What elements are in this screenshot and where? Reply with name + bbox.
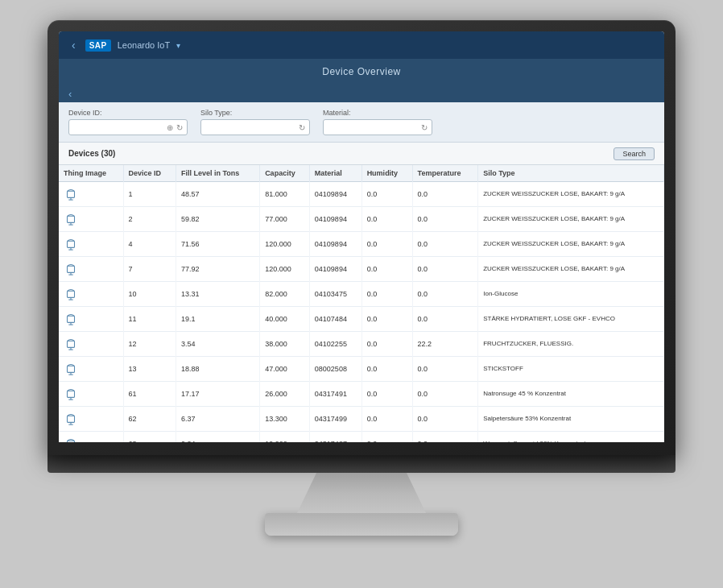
results-count: Devices (30)	[68, 149, 115, 158]
material-cell: 04107484	[309, 307, 362, 332]
table-row[interactable]: 123.5438.000041022550.022.2FRUCHTZUCKER,…	[59, 332, 664, 357]
device-id-cell: 62	[123, 407, 176, 432]
monitor-stand-base	[265, 513, 458, 536]
silo-type-cell: Ion-Glucose	[478, 282, 664, 307]
monitor-chin	[48, 455, 675, 473]
silo-type-label: Silo Type:	[200, 109, 310, 117]
thing-image-cell	[59, 232, 123, 257]
temperature-cell: 22.2	[412, 332, 478, 357]
silo-type-input[interactable]	[205, 123, 295, 131]
back-arrow-row: ‹	[59, 85, 664, 102]
device-id-cell: 4	[123, 232, 176, 257]
device-table-container[interactable]: Thing Image Device ID Fill Level in Tons…	[59, 165, 664, 442]
table-header-row: Thing Image Device ID Fill Level in Tons…	[59, 165, 664, 182]
device-table: Thing Image Device ID Fill Level in Tons…	[59, 165, 664, 442]
device-id-refresh-icon[interactable]: ↻	[176, 123, 183, 132]
fill-level-cell: 18.88	[176, 357, 259, 382]
monitor-bezel: ‹ SAP Leonardo IoT ▾ Device Overview ‹ D…	[48, 20, 675, 455]
temperature-cell: 0.0	[412, 282, 478, 307]
col-capacity: Capacity	[260, 165, 310, 182]
svg-rect-0	[68, 191, 75, 197]
material-cell: 04317499	[309, 407, 362, 432]
humidity-cell: 0.0	[362, 257, 412, 282]
capacity-cell: 19.900	[260, 432, 310, 443]
silo-type-cell: ZUCKER WEISSZUCKER LOSE, BAKART: 9 g/A	[478, 182, 664, 207]
humidity-cell: 0.0	[362, 232, 412, 257]
table-row[interactable]: 6117.1726.000043174910.00.0Natronsuge 45…	[59, 382, 664, 407]
fill-level-cell: 48.57	[176, 182, 259, 207]
material-input-wrapper: ↻	[323, 119, 432, 135]
silo-type-cell: FRUCHTZUCKER, FLUESSIG.	[478, 332, 664, 357]
temperature-cell: 0.0	[412, 382, 478, 407]
material-cell: 04103475	[309, 282, 362, 307]
temperature-cell: 0.0	[412, 207, 478, 232]
silo-type-refresh-icon[interactable]: ↻	[299, 123, 305, 132]
app-nav-chevron-icon[interactable]: ▾	[176, 41, 180, 50]
silo-type-text: Salpetersäure 53% Konzentrat	[483, 415, 571, 422]
svg-rect-9	[68, 266, 75, 272]
capacity-cell: 47.000	[260, 357, 310, 382]
page-back-button[interactable]: ‹	[68, 88, 72, 100]
table-row[interactable]: 471.56120.000041098940.00.0ZUCKER WEISSZ…	[59, 232, 664, 257]
svg-rect-21	[68, 366, 75, 372]
thing-image-cell	[59, 382, 123, 407]
silo-type-text: ZUCKER WEISSZUCKER LOSE, BAKART: 9 g/A	[483, 190, 625, 197]
device-id-cell: 11	[123, 307, 176, 332]
svg-rect-15	[68, 316, 75, 322]
table-row[interactable]: 148.5781.000041098940.00.0ZUCKER WEISSZU…	[59, 182, 664, 207]
silo-type-cell: Salpetersäure 53% Konzentrat	[478, 407, 664, 432]
device-id-search-icon[interactable]: ⊕	[167, 123, 173, 132]
temperature-cell: 0.0	[412, 257, 478, 282]
silo-type-text: FRUCHTZUCKER, FLUESSIG.	[483, 340, 573, 347]
silo-type-cell: ZUCKER WEISSZUCKER LOSE, BAKART: 9 g/A	[478, 207, 664, 232]
svg-rect-3	[68, 216, 75, 222]
svg-rect-18	[68, 341, 75, 347]
capacity-cell: 40.000	[260, 307, 310, 332]
material-input[interactable]	[328, 123, 418, 131]
svg-rect-6	[68, 241, 75, 247]
material-cell: 04109894	[309, 182, 362, 207]
table-row[interactable]: 630.2419.900043174870.00.0Wasserstoffper…	[59, 432, 664, 443]
monitor: ‹ SAP Leonardo IoT ▾ Device Overview ‹ D…	[48, 20, 675, 568]
table-row[interactable]: 1119.140.000041074840.00.0STÄRKE HYDRATI…	[59, 307, 664, 332]
silo-icon	[64, 286, 80, 302]
filter-bar: Device ID: ⊕ ↻ Silo Type: ↻ Material:	[59, 102, 664, 143]
page-title-bar: Device Overview	[59, 59, 664, 85]
thing-image-cell	[59, 432, 123, 443]
capacity-cell: 82.000	[260, 282, 310, 307]
table-row[interactable]: 626.3713.300043174990.00.0Salpetersäure …	[59, 407, 664, 432]
table-row[interactable]: 777.92120.000041098940.00.0ZUCKER WEISSZ…	[59, 257, 664, 282]
material-label: Material:	[323, 109, 432, 117]
sap-logo: SAP	[85, 39, 111, 52]
device-id-cell: 1	[123, 182, 176, 207]
temperature-cell: 0.0	[412, 432, 478, 443]
capacity-cell: 120.000	[260, 257, 310, 282]
svg-rect-24	[68, 391, 75, 397]
humidity-cell: 0.0	[362, 332, 412, 357]
capacity-cell: 26.000	[260, 382, 310, 407]
fill-level-cell: 17.17	[176, 382, 259, 407]
thing-image-cell	[59, 282, 123, 307]
silo-type-text: ZUCKER WEISSZUCKER LOSE, BAKART: 9 g/A	[483, 215, 625, 222]
material-filter: Material: ↻	[323, 109, 432, 135]
table-row[interactable]: 259.8277.000041098940.00.0ZUCKER WEISSZU…	[59, 207, 664, 232]
search-button[interactable]: Search	[614, 147, 655, 160]
material-cell: 04317491	[309, 382, 362, 407]
screen: ‹ SAP Leonardo IoT ▾ Device Overview ‹ D…	[59, 31, 664, 442]
topbar-back-button[interactable]: ‹	[68, 37, 79, 53]
thing-image-cell	[59, 257, 123, 282]
table-row[interactable]: 1013.3182.000041034750.00.0Ion-Glucose	[59, 282, 664, 307]
capacity-cell: 81.000	[260, 182, 310, 207]
table-row[interactable]: 1318.8847.000080025080.00.0STICKSTOFF	[59, 357, 664, 382]
material-cell: 04102255	[309, 332, 362, 357]
silo-type-text: ZUCKER WEISSZUCKER LOSE, BAKART: 9 g/A	[483, 240, 625, 247]
silo-icon	[64, 336, 80, 352]
temperature-cell: 0.0	[412, 407, 478, 432]
col-humidity: Humidity	[362, 165, 412, 182]
silo-type-input-wrapper: ↻	[200, 119, 310, 135]
silo-icon	[64, 211, 80, 227]
material-refresh-icon[interactable]: ↻	[421, 123, 428, 132]
temperature-cell: 0.0	[412, 182, 478, 207]
silo-type-cell: STÄRKE HYDRATIERT, LOSE GKF - EVHCO	[478, 307, 664, 332]
device-id-input[interactable]	[73, 123, 163, 131]
